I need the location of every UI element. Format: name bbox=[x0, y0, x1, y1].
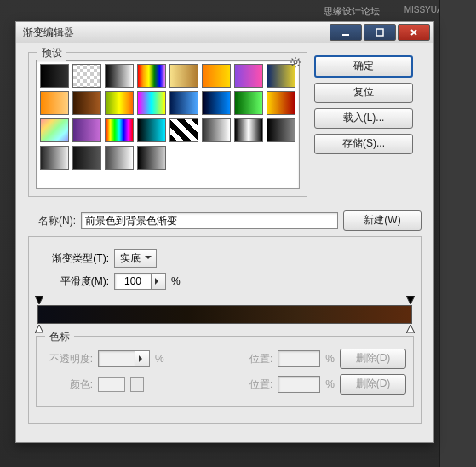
preset-swatch[interactable] bbox=[202, 91, 231, 115]
svg-marker-12 bbox=[406, 296, 415, 304]
gear-icon[interactable] bbox=[290, 56, 301, 68]
color-chip bbox=[98, 377, 125, 392]
preset-swatch[interactable] bbox=[202, 118, 231, 142]
preset-swatch[interactable] bbox=[105, 146, 134, 170]
color-picker-arrow bbox=[130, 377, 144, 392]
load-button[interactable]: 载入(L)... bbox=[314, 108, 413, 129]
svg-line-7 bbox=[292, 59, 294, 61]
stops-legend: 色标 bbox=[45, 330, 74, 344]
svg-point-2 bbox=[294, 61, 297, 64]
svg-line-8 bbox=[298, 65, 300, 66]
gradient-preview[interactable] bbox=[37, 305, 412, 324]
minimize-button[interactable] bbox=[330, 24, 362, 41]
preset-swatch[interactable] bbox=[105, 118, 134, 142]
ok-button[interactable]: 确定 bbox=[314, 55, 413, 78]
color-stop-left[interactable] bbox=[35, 325, 43, 333]
preset-swatch[interactable] bbox=[72, 146, 101, 170]
delete-color-button: 删除(D) bbox=[340, 374, 406, 395]
preset-swatch[interactable] bbox=[169, 91, 198, 115]
opacity-input bbox=[98, 350, 135, 367]
preset-swatch[interactable] bbox=[267, 91, 295, 115]
delete-opacity-button: 删除(D) bbox=[340, 349, 406, 369]
opacity-stepper bbox=[135, 350, 150, 367]
name-row: 名称(N): 新建(W) bbox=[28, 210, 422, 231]
preset-swatch[interactable] bbox=[105, 64, 134, 88]
preset-swatch[interactable] bbox=[40, 118, 69, 142]
smooth-field[interactable] bbox=[114, 273, 166, 290]
preset-swatch[interactable] bbox=[234, 91, 263, 115]
gradient-editor-dialog: 渐变编辑器 预设 确定 复位 载入(L)... 存储(S)... 名称(N): … bbox=[15, 21, 434, 443]
maximize-button[interactable] bbox=[364, 24, 396, 41]
opacity-position-input bbox=[278, 350, 320, 367]
color-position-input bbox=[278, 376, 320, 393]
presets-legend: 预设 bbox=[37, 46, 66, 61]
percent-label: % bbox=[171, 275, 181, 287]
svg-line-10 bbox=[292, 65, 294, 66]
preset-swatch[interactable] bbox=[234, 118, 263, 142]
type-select[interactable]: 实底 bbox=[114, 249, 157, 268]
titlebar[interactable]: 渐变编辑器 bbox=[16, 22, 433, 43]
preset-swatch[interactable] bbox=[72, 118, 101, 142]
svg-marker-14 bbox=[406, 325, 415, 333]
new-button[interactable]: 新建(W) bbox=[343, 210, 422, 231]
color-stop-right[interactable] bbox=[406, 325, 415, 333]
svg-line-9 bbox=[298, 59, 300, 61]
color-label: 颜色: bbox=[43, 378, 93, 392]
type-label: 渐变类型(T): bbox=[36, 251, 109, 266]
save-button[interactable]: 存储(S)... bbox=[314, 134, 413, 154]
preset-swatch[interactable] bbox=[202, 64, 231, 88]
gradient-settings-fieldset: 渐变类型(T): 实底 平滑度(M): % 色标 bbox=[28, 236, 422, 424]
svg-marker-13 bbox=[35, 325, 43, 333]
dialog-title: 渐变编辑器 bbox=[23, 26, 74, 40]
preset-swatch[interactable] bbox=[169, 64, 198, 88]
preset-swatch[interactable] bbox=[137, 64, 166, 88]
smooth-input[interactable] bbox=[114, 273, 152, 290]
name-input[interactable] bbox=[81, 212, 338, 229]
preset-swatch[interactable] bbox=[137, 118, 166, 142]
forum-watermark: 思缘设计论坛 bbox=[324, 5, 380, 18]
preset-swatch[interactable] bbox=[267, 118, 295, 142]
svg-rect-0 bbox=[342, 34, 349, 36]
position-label-1: 位置: bbox=[223, 352, 272, 366]
dialog-button-column: 确定 复位 载入(L)... 存储(S)... bbox=[314, 52, 413, 205]
preset-swatch[interactable] bbox=[72, 91, 101, 115]
preset-swatch[interactable] bbox=[40, 146, 69, 170]
svg-rect-1 bbox=[376, 29, 383, 36]
name-label: 名称(N): bbox=[28, 214, 76, 228]
preset-swatch[interactable] bbox=[40, 91, 69, 115]
preset-swatch[interactable] bbox=[169, 118, 198, 142]
opacity-label: 不透明度: bbox=[43, 352, 93, 366]
svg-marker-11 bbox=[35, 296, 43, 304]
smooth-stepper[interactable] bbox=[152, 273, 166, 290]
preset-swatch[interactable] bbox=[137, 91, 166, 115]
reset-button[interactable]: 复位 bbox=[314, 83, 413, 103]
stops-fieldset: 色标 不透明度: % 位置: % 删除(D) 颜色: 位置: bbox=[36, 336, 414, 407]
preset-swatch[interactable] bbox=[137, 146, 166, 170]
opacity-stop-right[interactable] bbox=[406, 296, 415, 304]
smooth-label: 平滑度(M): bbox=[36, 274, 109, 289]
presets-fieldset: 预设 bbox=[28, 52, 307, 197]
preset-swatch[interactable] bbox=[234, 64, 263, 88]
preset-swatch[interactable] bbox=[40, 64, 69, 88]
swatch-grid[interactable] bbox=[36, 60, 300, 189]
gradient-bar[interactable] bbox=[37, 305, 412, 324]
preset-swatch[interactable] bbox=[72, 64, 101, 88]
position-label-2: 位置: bbox=[223, 378, 272, 392]
app-right-panel bbox=[439, 0, 476, 467]
preset-swatch[interactable] bbox=[105, 91, 134, 115]
opacity-stop-left[interactable] bbox=[35, 296, 43, 304]
close-button[interactable] bbox=[398, 24, 430, 41]
